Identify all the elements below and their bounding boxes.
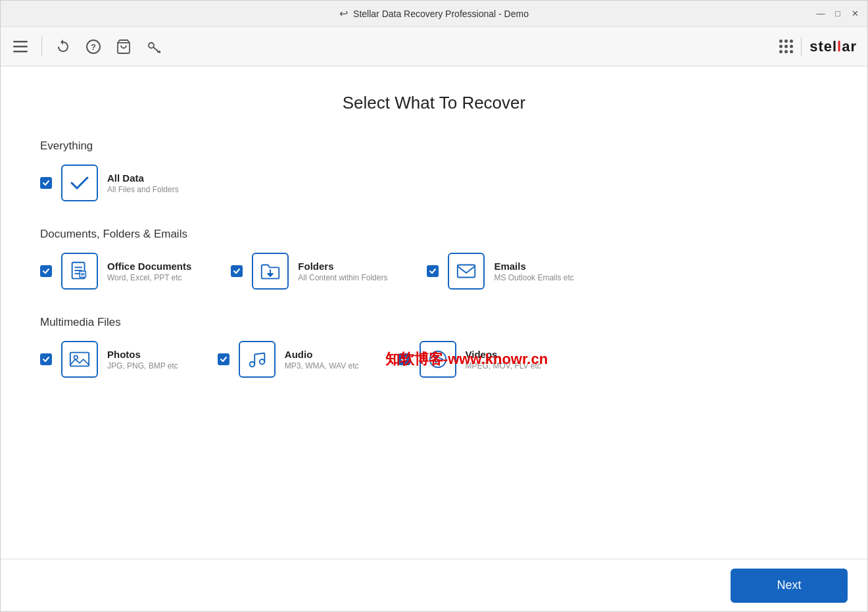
stellar-logo: stellar (809, 38, 857, 55)
svg-point-26 (429, 351, 446, 368)
multimedia-section: Multimedia Files Photos (40, 316, 828, 378)
svg-rect-2 (13, 51, 28, 53)
office-documents-option[interactable]: Office Documents Word, Excel, PPT etc (40, 253, 191, 290)
emails-option[interactable]: Emails MS Outlook Emails etc (427, 253, 573, 290)
page-title: Select What To Recover (40, 93, 828, 113)
svg-point-22 (260, 359, 265, 365)
refresh-icon[interactable] (54, 38, 72, 56)
folders-checkbox[interactable] (231, 265, 243, 277)
photos-sublabel: JPG, PNG, BMP etc (107, 361, 178, 370)
help-icon[interactable]: ? (84, 38, 103, 56)
folders-icon-box (252, 253, 289, 290)
everything-section-title: Everything (40, 140, 828, 153)
toolbar-left: ? (11, 37, 163, 57)
all-data-checkbox-wrap[interactable] (40, 177, 52, 189)
audio-option[interactable]: Audio MP3, WMA, WAV etc (218, 341, 359, 378)
toolbar-right: stellar (779, 37, 857, 57)
videos-text: Videos MPEG, MOV, FLV etc (466, 349, 541, 370)
photos-text: Photos JPG, PNG, BMP etc (107, 349, 178, 370)
audio-text: Audio MP3, WMA, WAV etc (285, 349, 359, 370)
key-icon[interactable] (145, 38, 163, 56)
photos-label: Photos (107, 349, 178, 360)
toolbar-divider-1 (41, 37, 42, 57)
videos-checkbox[interactable] (398, 353, 410, 365)
audio-label: Audio (285, 349, 359, 360)
videos-label: Videos (466, 349, 541, 360)
documents-options-row: Office Documents Word, Excel, PPT etc (40, 253, 828, 290)
audio-checkbox[interactable] (218, 353, 229, 365)
office-documents-checkbox[interactable] (40, 265, 52, 277)
office-documents-icon-box (61, 253, 98, 290)
svg-point-20 (74, 355, 78, 359)
videos-sublabel: MPEG, MOV, FLV etc (466, 361, 541, 370)
folders-option[interactable]: Folders All Content within Folders (231, 253, 387, 290)
back-arrow-icon: ↩ (339, 7, 348, 20)
office-documents-text: Office Documents Word, Excel, PPT etc (107, 261, 191, 282)
svg-line-25 (254, 353, 264, 355)
title-bar: ↩ Stellar Data Recovery Professional - D… (1, 1, 867, 27)
app-title: Stellar Data Recovery Professional - Dem… (353, 9, 529, 19)
all-data-text: All Data All Files and Folders (107, 172, 179, 194)
all-data-label: All Data (107, 172, 179, 184)
all-data-icon-box (61, 165, 98, 201)
emails-icon-box (448, 253, 485, 290)
main-content: Select What To Recover Everything (1, 66, 867, 559)
folders-sublabel: All Content within Folders (298, 273, 387, 282)
folders-text: Folders All Content within Folders (298, 261, 387, 282)
svg-point-21 (249, 362, 254, 367)
documents-section: Documents, Folders & Emails (40, 228, 828, 290)
svg-rect-1 (13, 45, 28, 47)
svg-rect-14 (80, 271, 85, 277)
audio-icon-box (239, 341, 276, 378)
svg-rect-0 (13, 41, 28, 43)
title-bar-center: ↩ Stellar Data Recovery Professional - D… (339, 7, 529, 20)
minimize-button[interactable]: — (816, 9, 825, 18)
bottom-bar: Next (1, 559, 867, 611)
all-data-sublabel: All Files and Folders (107, 185, 179, 194)
videos-icon-box (420, 341, 456, 378)
audio-sublabel: MP3, WMA, WAV etc (285, 361, 359, 370)
all-data-small-checkbox[interactable] (40, 177, 52, 189)
documents-section-title: Documents, Folders & Emails (40, 228, 828, 241)
toolbar: ? stellar (1, 27, 867, 66)
svg-text:?: ? (91, 42, 96, 52)
multimedia-options-row: Photos JPG, PNG, BMP etc (40, 341, 828, 378)
svg-line-7 (154, 47, 160, 53)
all-data-option[interactable]: All Data All Files and Folders (40, 165, 179, 201)
title-bar-controls: — □ ✕ (816, 9, 859, 18)
apps-grid-icon[interactable] (779, 39, 793, 53)
toolbar-divider-2 (801, 37, 802, 57)
everything-options-row: All Data All Files and Folders (40, 165, 828, 201)
svg-rect-18 (458, 265, 475, 278)
emails-label: Emails (494, 261, 573, 272)
office-documents-sublabel: Word, Excel, PPT etc (107, 273, 191, 282)
emails-text: Emails MS Outlook Emails etc (494, 261, 573, 282)
everything-section: Everything All Data All (40, 140, 828, 201)
photos-option[interactable]: Photos JPG, PNG, BMP etc (40, 341, 178, 378)
emails-checkbox[interactable] (427, 265, 439, 277)
svg-rect-19 (70, 353, 89, 367)
cart-icon[interactable] (114, 38, 133, 56)
close-button[interactable]: ✕ (850, 9, 859, 18)
maximize-button[interactable]: □ (833, 9, 842, 18)
videos-option[interactable]: Videos MPEG, MOV, FLV etc (398, 341, 541, 378)
multimedia-section-title: Multimedia Files (40, 316, 828, 329)
next-button[interactable]: Next (731, 569, 848, 603)
folders-label: Folders (298, 261, 387, 272)
svg-marker-27 (435, 356, 443, 362)
office-documents-label: Office Documents (107, 261, 191, 272)
menu-icon[interactable] (11, 38, 30, 56)
emails-sublabel: MS Outlook Emails etc (494, 273, 573, 282)
photos-icon-box (61, 341, 98, 378)
photos-checkbox[interactable] (40, 353, 52, 365)
